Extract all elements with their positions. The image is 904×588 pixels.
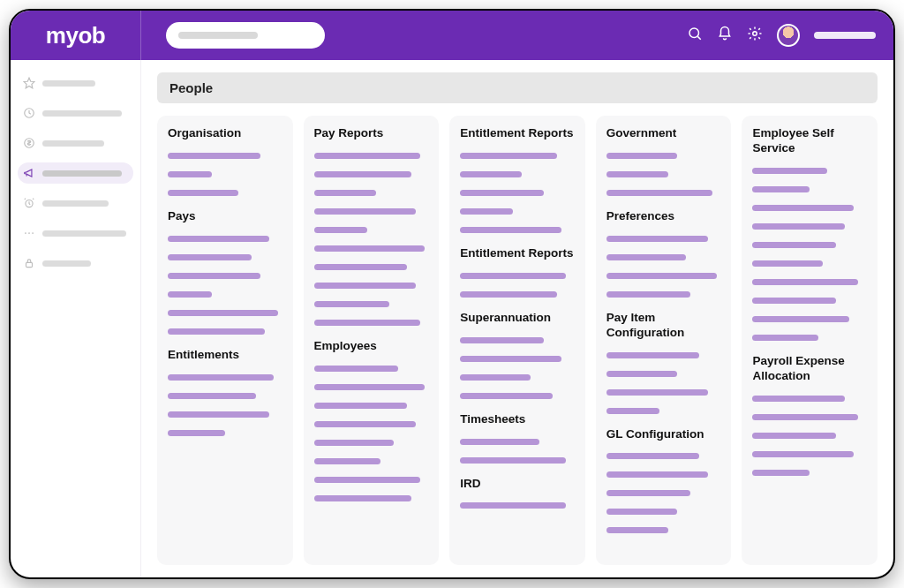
nav-link[interactable]: [606, 408, 659, 414]
nav-link[interactable]: [168, 273, 260, 279]
nav-link[interactable]: [460, 208, 513, 215]
column-3: GovernmentPreferencesPay Item Configurat…: [596, 116, 732, 565]
nav-link[interactable]: [460, 153, 557, 159]
nav-link[interactable]: [606, 509, 677, 515]
nav-link[interactable]: [752, 186, 810, 192]
nav-link[interactable]: [606, 153, 677, 159]
nav-link[interactable]: [752, 414, 858, 420]
nav-link[interactable]: [752, 298, 836, 304]
nav-link[interactable]: [314, 227, 367, 233]
nav-link[interactable]: [168, 153, 260, 159]
nav-link[interactable]: [460, 273, 566, 279]
section-heading: IRD: [460, 477, 575, 492]
nav-link[interactable]: [752, 205, 854, 211]
logo-container: myob: [11, 11, 141, 60]
nav-link[interactable]: [168, 254, 252, 260]
nav-link[interactable]: [606, 273, 717, 279]
nav-link[interactable]: [168, 310, 278, 316]
global-search[interactable]: [166, 22, 325, 49]
nav-link[interactable]: [314, 477, 420, 483]
nav-link[interactable]: [606, 389, 708, 396]
nav-link[interactable]: [314, 301, 389, 307]
sidebar-item-dollar[interactable]: [18, 132, 133, 154]
nav-link[interactable]: [314, 264, 407, 270]
nav-link[interactable]: [752, 396, 845, 402]
nav-link[interactable]: [606, 490, 690, 496]
nav-link[interactable]: [460, 393, 553, 399]
nav-link[interactable]: [752, 451, 854, 457]
nav-link[interactable]: [606, 190, 712, 196]
nav-link[interactable]: [752, 316, 849, 322]
avatar[interactable]: [777, 24, 800, 47]
nav-link[interactable]: [314, 495, 411, 501]
nav-link[interactable]: [168, 374, 274, 381]
nav-link[interactable]: [314, 403, 407, 409]
nav-link[interactable]: [168, 393, 256, 399]
nav-link[interactable]: [606, 471, 708, 478]
nav-link[interactable]: [168, 190, 238, 196]
nav-link[interactable]: [314, 366, 398, 372]
sidebar-item-megaphone[interactable]: [18, 162, 133, 184]
nav-link[interactable]: [168, 291, 212, 298]
nav-link[interactable]: [314, 245, 425, 252]
nav-link[interactable]: [752, 223, 845, 230]
page-title: People: [157, 72, 878, 103]
sidebar-item-label: [42, 260, 91, 267]
nav-link[interactable]: [606, 291, 690, 298]
sidebar-item-star[interactable]: [18, 72, 133, 94]
nav-link[interactable]: [460, 374, 531, 381]
nav-link[interactable]: [752, 260, 823, 267]
nav-link[interactable]: [460, 291, 557, 298]
nav-link[interactable]: [314, 283, 416, 289]
nav-link[interactable]: [168, 236, 269, 242]
nav-link[interactable]: [460, 190, 544, 196]
nav-link[interactable]: [460, 171, 522, 177]
nav-link[interactable]: [606, 254, 686, 260]
sidebar-item-clock[interactable]: [18, 102, 133, 124]
nav-link[interactable]: [752, 335, 818, 341]
nav-link[interactable]: [168, 171, 212, 177]
gear-icon[interactable]: [747, 26, 763, 45]
bell-icon[interactable]: [717, 26, 733, 45]
nav-link[interactable]: [168, 411, 269, 418]
sidebar-item-alarm[interactable]: [18, 192, 133, 214]
sidebar-item-lock[interactable]: [18, 253, 133, 274]
nav-link[interactable]: [168, 328, 265, 335]
nav-link[interactable]: [606, 527, 668, 533]
nav-link[interactable]: [460, 227, 561, 233]
nav-link[interactable]: [314, 384, 425, 390]
nav-link[interactable]: [168, 430, 225, 436]
nav-link[interactable]: [314, 208, 416, 215]
brand-logo[interactable]: myob: [46, 22, 105, 49]
nav-link[interactable]: [314, 421, 416, 427]
nav-link[interactable]: [606, 236, 708, 242]
section-heading: Preferences: [606, 209, 721, 224]
nav-link[interactable]: [460, 439, 539, 445]
column-2: Entitlement ReportsEntitlement ReportsSu…: [449, 116, 585, 565]
section-heading: Entitlement Reports: [460, 246, 575, 261]
section-heading: GL Configuration: [606, 427, 721, 442]
nav-link[interactable]: [606, 352, 699, 358]
nav-link[interactable]: [606, 453, 699, 459]
nav-link[interactable]: [752, 242, 836, 248]
nav-link[interactable]: [752, 433, 836, 439]
nav-link[interactable]: [314, 458, 380, 464]
search-icon[interactable]: [687, 26, 703, 45]
nav-link[interactable]: [314, 440, 394, 446]
nav-link[interactable]: [314, 153, 420, 159]
column-1: Pay ReportsEmployees: [304, 116, 440, 565]
nav-link[interactable]: [752, 470, 810, 476]
nav-link[interactable]: [606, 171, 668, 177]
nav-link[interactable]: [752, 279, 858, 285]
nav-link[interactable]: [460, 457, 566, 464]
nav-link[interactable]: [314, 320, 420, 326]
nav-link[interactable]: [460, 356, 561, 362]
svg-point-0: [689, 28, 699, 38]
sidebar-item-dots[interactable]: [18, 222, 133, 244]
nav-link[interactable]: [752, 168, 827, 174]
nav-link[interactable]: [460, 337, 544, 343]
nav-link[interactable]: [606, 371, 677, 377]
nav-link[interactable]: [460, 502, 566, 509]
nav-link[interactable]: [314, 190, 376, 196]
nav-link[interactable]: [314, 171, 411, 177]
